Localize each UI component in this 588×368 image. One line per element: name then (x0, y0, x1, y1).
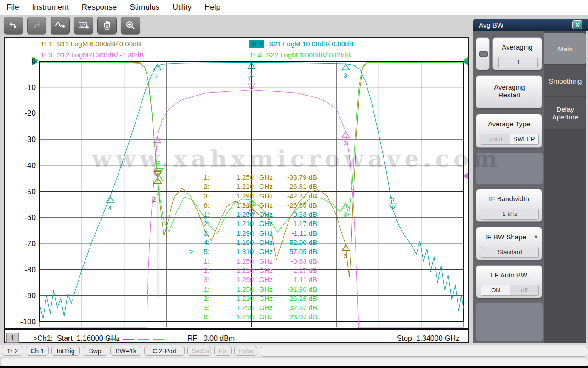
marker-number-label: 4 (108, 204, 112, 212)
avg-bw-panel: Avg BW ✕ Averaging 1 Averaging Restart A… (472, 18, 586, 344)
marker-number-label: 3 (344, 71, 347, 79)
panel-button-column: Averaging 1 Averaging Restart Average Ty… (473, 31, 544, 343)
y-tick-label: -70 (5, 239, 36, 249)
y-tick-label: -40 (5, 161, 36, 170)
y-tick-label: -30 (5, 135, 36, 144)
marker-number-label: 8 (157, 159, 160, 167)
vna-application-window: { "menu": {"items": ["File", "Instrument… (0, 0, 588, 368)
averaging-button[interactable]: Averaging 1 (492, 37, 542, 70)
lf-auto-bw-button[interactable]: LF Auto BW ON off (476, 265, 542, 298)
status-button-ch-1[interactable]: Ch 1 (26, 346, 49, 356)
marker-readout-row: 2:1.210GHz-26.81 dB (189, 182, 317, 191)
panel-tab-column: Main Smoothing Delay Aperture (544, 31, 586, 343)
y-tick-label: -20 (5, 109, 36, 118)
status-button-fix[interactable]: Fix (214, 346, 232, 356)
rf-value: 0.00 dBm (204, 334, 235, 342)
add-trace-icon (55, 20, 66, 30)
tab-smoothing[interactable]: Smoothing (544, 65, 586, 96)
average-type-option-sweep[interactable]: SWEEP (510, 134, 538, 144)
average-type-segmented[interactable]: point SWEEP (481, 134, 539, 145)
status-button-inttrig[interactable]: IntTrig (51, 346, 80, 356)
menu-item-response[interactable]: Response (82, 3, 117, 12)
marker-number-label: 2 (152, 195, 156, 203)
channel-badge[interactable]: 1 (6, 333, 19, 343)
tab-delay-aperture[interactable]: Delay Aperture (544, 97, 586, 129)
status-bar: Tr 2Ch 1IntTrigSwp *BW=1kC 2-PortSrcCalF… (0, 345, 588, 357)
y-tick-label: -100 (5, 317, 36, 327)
add-trace-button[interactable] (51, 17, 70, 34)
marker-readout-row: 8:1.210GHz-26.07 dB (189, 312, 317, 322)
marker-number-label: 1 (248, 75, 251, 83)
marker-readout-row: 3:1.290GHz-1.11 dB (189, 275, 317, 284)
status-button-swp-[interactable]: Swp * (83, 346, 107, 356)
marker-readout-row: 2:1.210GHz-1.17 dB (189, 219, 317, 228)
marker-readout-row: 3:1.290GHz-42.27 dB (189, 192, 317, 201)
marker-number-label: 3 (344, 139, 347, 147)
marker-readout-row: 3:1.290GHz-32.67 dB (189, 303, 317, 312)
delete-button[interactable] (97, 17, 117, 34)
zoom-in-icon (125, 20, 136, 30)
averaging-label: Averaging (493, 43, 542, 51)
tab-main[interactable]: Main (544, 33, 586, 64)
menu-bar: FileInstrumentResponseStimulusUtilityHel… (0, 0, 588, 15)
rf-power-label: RF 0.00 dBm (187, 334, 235, 343)
if-bw-shape-button[interactable]: IF BW Shape ▼ Standard (476, 227, 542, 260)
if-bw-shape-label: IF BW Shape (476, 233, 535, 241)
undo-icon (8, 21, 18, 30)
if-bandwidth-button[interactable]: IF Bandwidth 1 kHz (476, 189, 542, 222)
average-type-option-point[interactable]: point (481, 134, 510, 144)
marker-readout-row: 2:1.210GHz-26.28 dB (189, 294, 317, 303)
marker-triangle-icon (107, 197, 114, 203)
y-tick-label: -60 (5, 213, 36, 222)
channel-start-label: >Ch1: Start 1.16000 GHz (33, 334, 120, 343)
menu-item-help[interactable]: Help (204, 3, 220, 12)
marker-readout-row: >5:1.310GHz-57.05 dB (189, 247, 317, 256)
undo-button[interactable] (4, 17, 23, 34)
marker-number-label: 2 (155, 72, 158, 79)
legend-swatch-tr2 (123, 339, 134, 340)
menu-item-instrument[interactable]: Instrument (32, 3, 68, 12)
legend-swatch-tr4 (153, 339, 164, 340)
plot-container: Tr 1S11 LogM 6.000dB/ 0.00dB Tr 2S21 Log… (4, 37, 469, 343)
y-tick-label: -80 (5, 266, 36, 275)
empty-softkey-2 (476, 302, 543, 342)
lf-auto-bw-option-on[interactable]: ON (481, 285, 510, 295)
redo-button[interactable] (27, 17, 46, 34)
if-bw-shape-value-field[interactable]: Standard (481, 247, 539, 258)
marker-number-label: 2 (157, 188, 160, 196)
zoom-button[interactable] (121, 17, 140, 34)
averaging-restart-label: Averaging Restart (484, 83, 535, 99)
menu-item-stimulus[interactable]: Stimulus (130, 3, 159, 12)
legend-swatch-tr1 (108, 339, 119, 340)
marker-readout-row: 2:1.210GHz-1.17 dB (189, 266, 317, 275)
marker-readout-row: 4:1.190GHz-52.00 dB (189, 238, 317, 247)
toggle-indicator-icon (479, 51, 488, 57)
status-button-pulse[interactable]: Pulse (234, 346, 257, 356)
status-button-bw-1k[interactable]: BW=1k (110, 346, 141, 356)
marker-readout-row: 8:1.210GHz-26.65 dB (189, 201, 317, 210)
legend-swatch-tr3 (138, 339, 149, 340)
if-bandwidth-value-field[interactable]: 1 kHz (481, 209, 539, 220)
add-channel-icon: Ch (78, 20, 89, 30)
menu-item-utility[interactable]: Utility (172, 3, 192, 12)
status-bar-secondary (1, 358, 588, 367)
averaging-toggle-button[interactable] (476, 37, 490, 70)
plot-footer: 1 >Ch1: Start 1.16000 GHz RF 0.00 dBm St… (5, 328, 468, 344)
panel-close-button[interactable]: ✕ (572, 20, 582, 29)
average-type-button[interactable]: Average Type point SWEEP (476, 114, 542, 148)
lf-auto-bw-label: LF Auto BW (476, 271, 542, 279)
averaging-value-field[interactable]: 1 (498, 57, 538, 68)
status-button-c-2-port[interactable]: C 2-Port (144, 346, 185, 356)
status-button-tr-2[interactable]: Tr 2 (2, 346, 23, 356)
y-tick-label: -90 (5, 291, 36, 300)
chevron-down-icon: ▼ (533, 234, 538, 239)
averaging-restart-button[interactable]: Averaging Restart (476, 75, 542, 108)
svg-text:Ch: Ch (80, 23, 85, 28)
lf-auto-bw-option-off[interactable]: off (510, 285, 538, 295)
panel-title-bar[interactable]: Avg BW (473, 19, 588, 31)
lf-auto-bw-segmented[interactable]: ON off (481, 285, 539, 296)
status-button-srccal[interactable]: SrcCal (187, 346, 211, 356)
marker-number-label: 3 (344, 252, 347, 260)
add-channel-button[interactable]: Ch (74, 17, 93, 34)
menu-item-file[interactable]: File (6, 3, 19, 12)
